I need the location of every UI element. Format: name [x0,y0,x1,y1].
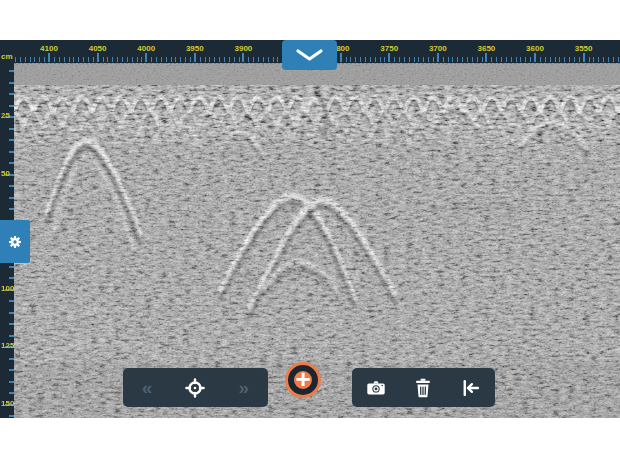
ruler-minor-tick [127,57,128,62]
depth-tick-label: 100 [1,285,14,293]
ruler-minor-tick [404,57,405,62]
depth-minor-tick [9,323,14,325]
ruler-minor-tick [501,57,502,62]
collapse-panel-button[interactable] [282,40,337,70]
distance-tick-label: 4000 [137,45,155,53]
delete-button[interactable] [401,368,445,407]
ruler-minor-tick [418,57,419,62]
depth-minor-tick [9,358,14,360]
ruler-minor-tick [394,57,395,62]
ruler-major-tick [242,53,244,62]
ruler-minor-tick [506,57,507,62]
ruler-minor-tick [34,57,35,62]
ruler-minor-tick [44,57,45,62]
ruler-major-tick [97,53,99,62]
ruler-minor-tick [54,57,55,62]
ruler-minor-tick [375,57,376,62]
ruler-minor-tick [219,57,220,62]
prev-button[interactable]: « [125,368,169,407]
crosshair-icon [184,377,206,399]
ruler-minor-tick [39,57,40,62]
depth-minor-tick [9,335,14,337]
ruler-minor-tick [477,57,478,62]
ruler-minor-tick [83,57,84,62]
ruler-minor-tick [496,57,497,62]
ruler-minor-tick [428,57,429,62]
ruler-minor-tick [603,57,604,62]
ruler-major-tick [340,53,342,62]
plus-icon: + [295,366,310,392]
ruler-minor-tick [200,57,201,62]
distance-tick-label: 3700 [429,45,447,53]
trash-icon [412,377,434,399]
ruler-minor-tick [448,57,449,62]
ruler-major-tick [145,53,147,62]
distance-tick-label: 3750 [380,45,398,53]
ruler-minor-tick [64,57,65,62]
ruler-minor-tick [564,57,565,62]
ruler-minor-tick [277,57,278,62]
ruler-minor-tick [234,57,235,62]
ruler-minor-tick [205,57,206,62]
ruler-minor-tick [574,57,575,62]
depth-minor-tick [9,208,14,210]
distance-tick-label: 4050 [89,45,107,53]
ruler-minor-tick [112,57,113,62]
ruler-major-tick [485,53,487,62]
radargram-view[interactable] [14,63,620,418]
depth-minor-tick [9,139,14,141]
ruler-minor-tick [25,57,26,62]
ruler-minor-tick [151,57,152,62]
ruler-minor-tick [511,57,512,62]
distance-tick-label: 3950 [186,45,204,53]
add-marker-button[interactable]: + [288,365,318,395]
double-chevron-left-icon: « [142,378,153,397]
ruler-minor-tick [608,57,609,62]
depth-minor-tick [9,105,14,107]
viewer-content: cm 4100405040003950390038503800375037003… [0,40,620,418]
ruler-minor-tick [384,57,385,62]
ruler-minor-tick [380,57,381,62]
depth-minor-tick [9,70,14,72]
chevron-down-icon [282,40,337,70]
ruler-minor-tick [613,57,614,62]
depth-minor-tick [9,312,14,314]
ruler-minor-tick [78,57,79,62]
ruler-minor-tick [263,57,264,62]
ruler-minor-tick [370,57,371,62]
ruler-minor-tick [516,57,517,62]
screenshot-button[interactable] [354,368,398,407]
ruler-minor-tick [593,57,594,62]
collapse-left-icon [460,377,482,399]
ruler-minor-tick [107,57,108,62]
ruler-minor-tick [598,57,599,62]
ruler-minor-tick [559,57,560,62]
depth-minor-tick [9,369,14,371]
distance-tick-label: 3900 [234,45,252,53]
ruler-major-tick [48,53,50,62]
next-button[interactable]: » [222,368,266,407]
ruler-minor-tick [346,57,347,62]
ruler-minor-tick [423,57,424,62]
ruler-minor-tick [545,57,546,62]
go-to-start-button[interactable] [449,368,493,407]
gear-icon [6,233,24,251]
ruler-unit-label: cm [1,53,13,61]
ruler-minor-tick [69,57,70,62]
ruler-minor-tick [161,57,162,62]
depth-minor-tick [9,93,14,95]
ruler-minor-tick [520,57,521,62]
ruler-minor-tick [166,57,167,62]
ruler-minor-tick [15,57,16,62]
ruler-minor-tick [117,57,118,62]
ruler-minor-tick [365,57,366,62]
ruler-minor-tick [273,57,274,62]
ruler-minor-tick [214,57,215,62]
ruler-minor-tick [433,57,434,62]
ruler-minor-tick [618,57,619,62]
double-chevron-right-icon: » [239,378,250,397]
settings-button[interactable] [0,220,30,263]
distance-tick-label: 3550 [575,45,593,53]
ruler-minor-tick [190,57,191,62]
locate-button[interactable] [173,368,217,407]
